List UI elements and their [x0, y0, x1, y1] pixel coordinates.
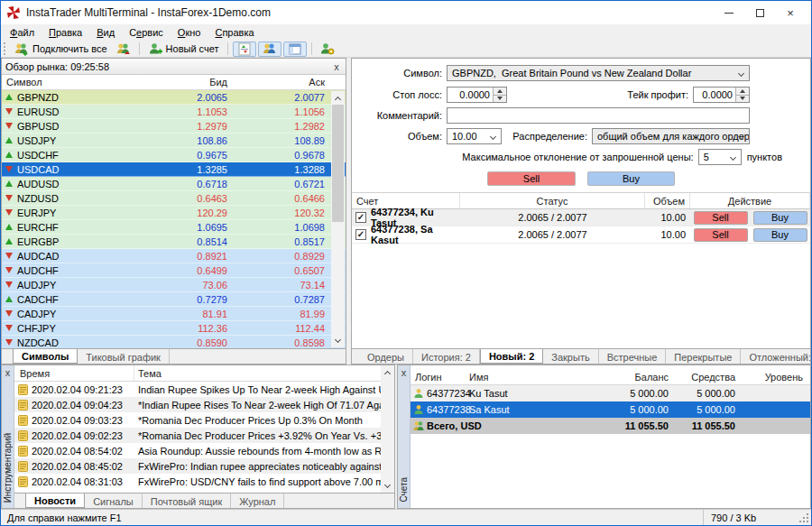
sell-button[interactable]: Sell [487, 171, 576, 186]
scrollbar-thumb[interactable] [332, 105, 344, 222]
maximize-button[interactable] [744, 3, 775, 23]
tab[interactable]: Встречные [599, 349, 667, 364]
menu-item[interactable]: Вид [89, 26, 122, 39]
tab[interactable]: Сигналы [85, 494, 143, 508]
close-button[interactable]: × [775, 3, 806, 23]
tab[interactable]: Закрыть [543, 349, 598, 364]
stop-loss-stepper[interactable] [447, 87, 507, 103]
toolbar-grip[interactable] [4, 42, 7, 55]
take-profit-input[interactable] [694, 88, 735, 102]
scroll-down-icon[interactable] [381, 479, 394, 493]
row-buy-button[interactable]: Buy [753, 211, 807, 225]
market-row[interactable]: GBPNZD 2.0065 2.0077 [2, 90, 346, 105]
spin-up-icon[interactable] [494, 88, 506, 95]
row-sell-button[interactable]: Sell [694, 211, 748, 225]
news-row[interactable]: 2020.02.04 09:03:23 *Romania Dec Produce… [14, 412, 381, 428]
market-row[interactable]: AUDJPY 73.06 73.14 [2, 278, 346, 292]
market-row[interactable]: USDCHF 0.9675 0.9678 [2, 148, 346, 162]
account-row[interactable]: 64377234 Ku Tasut 5 000.00 5 000.00 [411, 385, 810, 401]
buy-button[interactable]: Buy [587, 171, 675, 186]
stop-loss-input[interactable] [448, 88, 493, 102]
news-row[interactable]: 2020.02.04 09:02:23 *Romania Dec Produce… [14, 428, 381, 443]
market-row[interactable]: EURGBP 0.8514 0.8517 [2, 235, 346, 249]
market-row[interactable]: AUDUSD 0.6718 0.6721 [2, 177, 346, 191]
menu-item[interactable]: Файл [3, 26, 42, 39]
bid-value: 0.8921 [144, 251, 235, 262]
news-row[interactable]: 2020.02.04 08:45:02 FxWirePro: Indian ru… [14, 458, 381, 474]
deviation-select[interactable]: 5 [698, 149, 742, 165]
connect-all-button[interactable]: Подключить все [10, 42, 112, 57]
row-buy-button[interactable]: Buy [753, 228, 807, 242]
news-row[interactable]: 2020.02.04 08:54:02 Asia Roundup: Aussie… [14, 443, 381, 458]
ask-value: 0.6466 [235, 193, 332, 204]
market-row[interactable]: EURCHF 1.0695 1.0698 [2, 220, 346, 235]
market-row[interactable]: NZDUSD 0.6463 0.6466 [2, 191, 346, 206]
spin-up-icon[interactable] [736, 88, 749, 95]
toolbox-close-icon[interactable]: x [3, 367, 14, 378]
news-scrollbar[interactable] [381, 365, 394, 493]
tab[interactable]: Журнал [231, 494, 284, 508]
menu-item[interactable]: Окно [171, 26, 208, 39]
market-watch-toggle-button[interactable] [233, 42, 256, 57]
market-row[interactable]: USDJPY 108.86 108.89 [2, 134, 346, 148]
accounts-close-icon[interactable]: x [399, 367, 410, 378]
spin-down-icon[interactable] [736, 95, 749, 103]
market-row[interactable]: AUDCHF 0.6499 0.6507 [2, 263, 346, 278]
market-row[interactable]: EURUSD 1.1053 1.1056 [2, 105, 346, 119]
tab[interactable]: Перекрытые [666, 349, 741, 364]
tab[interactable]: Символы [13, 348, 78, 364]
menu-item[interactable]: Справка [208, 26, 261, 39]
market-watch-header: Обзор рынка: 09:25:58 x [2, 59, 346, 75]
news-row[interactable]: 2020.02.04 08:31:03 FxWirePro: USD/CNY f… [14, 474, 381, 489]
chevron-down-icon [730, 154, 736, 161]
market-row[interactable]: GBPUSD 1.2979 1.2982 [2, 119, 346, 134]
new-account-button[interactable]: Новый счет [143, 42, 224, 57]
market-row[interactable]: AUDCAD 0.8921 0.8929 [2, 249, 346, 263]
market-watch-scrollbar[interactable] [331, 91, 345, 347]
market-row[interactable]: EURJPY 120.29 120.32 [2, 206, 346, 220]
market-row[interactable]: CHFJPY 112.36 112.44 [2, 321, 346, 336]
menu-item[interactable]: Сервис [122, 26, 171, 39]
tab[interactable]: Тиковый график [78, 349, 170, 364]
tab[interactable]: История: 2 [413, 349, 480, 364]
market-row[interactable]: NZDCAD 0.8590 0.8598 [2, 336, 346, 348]
tab[interactable]: Отложенный: 2 [741, 349, 810, 364]
distribution-select[interactable]: общий объем для каждого ордера [592, 128, 750, 144]
disconnect-all-button[interactable] [112, 42, 135, 57]
account-checkbox[interactable]: ✓ [355, 212, 366, 223]
minimize-button[interactable] [714, 3, 744, 23]
news-row[interactable]: 2020.02.04 09:04:23 *Indian Rupee Rises … [14, 397, 381, 412]
news-row[interactable]: 2020.02.04 09:21:23 Indian Rupee Spikes … [14, 382, 381, 397]
tab[interactable]: Новости [25, 493, 85, 508]
account-grid-row[interactable]: ✓64377238, Sa Kasut 2.0065 / 2.0077 10.0… [352, 226, 810, 244]
account-checkbox[interactable]: ✓ [355, 229, 366, 240]
column-action: Действие [690, 193, 810, 208]
market-watch-close-icon[interactable]: x [331, 61, 342, 72]
news-note-icon [18, 461, 28, 472]
market-row[interactable]: CADCHF 0.7279 0.7287 [2, 292, 346, 307]
symbol-select[interactable]: GBPNZD, Great Britain Pound vs New Zeala… [447, 65, 750, 81]
scroll-up-icon[interactable] [381, 365, 394, 379]
volume-select[interactable]: 10.00 [447, 128, 502, 144]
ask-value: 112.44 [235, 323, 332, 334]
account-settings-button[interactable] [316, 42, 339, 57]
account-row[interactable]: 64377238 Sa Kasut 5 000.00 5 000.00 [411, 401, 810, 418]
spin-down-icon[interactable] [494, 95, 506, 103]
comment-input[interactable] [447, 107, 750, 124]
scroll-up-icon[interactable] [331, 91, 345, 105]
accounts-grid-body: ✓64377234, Ku Tasut 2.0065 / 2.0077 10.0… [352, 209, 810, 244]
tab[interactable]: Новый: 2 [480, 348, 543, 364]
tab[interactable]: Ордеры [359, 349, 413, 364]
tab[interactable]: Почтовый ящик [143, 494, 231, 508]
take-profit-stepper[interactable] [693, 87, 750, 103]
scroll-down-icon[interactable] [331, 334, 345, 347]
resize-grip[interactable] [798, 510, 811, 525]
market-row[interactable]: CADJPY 81.91 81.99 [2, 307, 346, 321]
row-sell-button[interactable]: Sell [694, 228, 748, 242]
accounts-toggle-button[interactable] [258, 42, 281, 57]
toolbox-toggle-button[interactable] [283, 42, 307, 57]
toolbar-separator [139, 42, 140, 55]
market-row[interactable]: USDCAD 1.3285 1.3288 [2, 162, 346, 177]
menu-item[interactable]: Правка [42, 26, 89, 39]
toolbar: Подключить все Новый счет [1, 41, 811, 58]
